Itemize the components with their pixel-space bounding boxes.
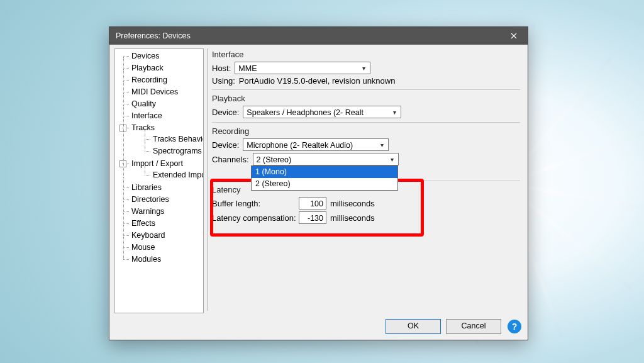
close-button[interactable] — [501, 27, 526, 45]
chevron-down-icon: ▾ — [377, 140, 387, 150]
group-interface: Interface Host: MME ▾ Using: PortAudio V… — [212, 50, 520, 86]
recording-device-value: Microphone (2- Realtek Audio) — [243, 139, 388, 151]
collapse-icon[interactable]: - — [119, 160, 126, 167]
tree-item[interactable]: Modules — [118, 254, 203, 265]
tree-item[interactable]: Extended Import — [139, 169, 203, 181]
host-select-value: MME — [235, 62, 370, 74]
channels-select[interactable]: 2 (Stereo) ▾ — [253, 153, 399, 165]
desktop-background: Preferences: Devices DevicesPlaybackReco… — [0, 0, 644, 363]
tree-item-label: Devices — [131, 52, 159, 60]
close-icon — [511, 33, 517, 39]
buffer-length-label: Buffer length: — [212, 199, 295, 208]
tree-item[interactable]: Tracks Behaviors — [139, 133, 203, 145]
tree-item-label: Tracks — [131, 123, 155, 132]
using-value: PortAudio V19.5.0-devel, revision unknow… — [239, 76, 396, 86]
tree-item-label: Tracks Behaviors — [153, 135, 204, 143]
playback-device-value: Speakers / Headphones (2- Realt — [243, 106, 401, 118]
tree-item-label: Playback — [131, 64, 164, 72]
collapse-icon[interactable]: - — [119, 125, 126, 131]
tree-item-label: Directories — [131, 195, 169, 204]
titlebar[interactable]: Preferences: Devices — [109, 27, 528, 45]
tree-item-label: Extended Import — [153, 170, 204, 179]
group-title-recording: Recording — [212, 126, 520, 136]
tree-item[interactable]: Warnings — [118, 206, 203, 218]
channels-option[interactable]: 2 (Stereo) — [252, 178, 397, 190]
group-title-interface: Interface — [212, 50, 520, 59]
using-label: Using: — [212, 76, 235, 86]
host-label: Host: — [212, 64, 231, 73]
tree-item-label: Libraries — [131, 183, 162, 192]
dialog-footer: OK Cancel ? — [109, 313, 528, 340]
settings-panel: Interface Host: MME ▾ Using: PortAudio V… — [212, 48, 523, 313]
tree-item[interactable]: Libraries — [118, 182, 203, 194]
latency-comp-label: Latency compensation: — [212, 213, 295, 223]
tree-item-label: MIDI Devices — [131, 87, 178, 96]
tree-item-label: Quality — [131, 99, 156, 108]
tree-item-label: Interface — [131, 111, 162, 120]
tree-item[interactable]: Mouse — [118, 242, 203, 254]
chevron-down-icon: ▾ — [359, 64, 369, 73]
tree-item[interactable]: Quality — [118, 98, 203, 110]
group-playback: Playback Device: Speakers / Headphones (… — [212, 94, 520, 118]
buffer-length-input[interactable]: 100 — [299, 197, 326, 209]
tree-item-label: Import / Export — [131, 159, 183, 168]
tree-item-label: Effects — [131, 219, 155, 228]
chevron-down-icon: ▾ — [390, 108, 399, 117]
group-latency: Latency Buffer length: 100 milliseconds … — [212, 185, 520, 224]
tree-item[interactable]: MIDI Devices — [118, 86, 203, 98]
vertical-divider — [208, 48, 208, 311]
tree-item[interactable]: Effects — [118, 218, 203, 230]
tree-item[interactable]: Directories — [118, 194, 203, 206]
tree-item-label: Warnings — [131, 207, 164, 216]
playback-device-label: Device: — [212, 108, 239, 117]
tree-item[interactable]: Spectrograms — [139, 145, 203, 157]
host-select[interactable]: MME ▾ — [235, 62, 370, 74]
tree-item-label: Mouse — [131, 243, 155, 252]
tree-item[interactable]: Devices — [118, 50, 203, 62]
recording-device-label: Device: — [212, 140, 239, 150]
category-tree[interactable]: DevicesPlaybackRecordingMIDI DevicesQual… — [114, 48, 204, 313]
tree-item-label: Modules — [131, 255, 161, 264]
latency-comp-input[interactable]: -130 — [299, 211, 326, 224]
playback-device-select[interactable]: Speakers / Headphones (2- Realt ▾ — [243, 106, 401, 118]
cancel-button[interactable]: Cancel — [446, 319, 501, 334]
tree-item[interactable]: -TracksTracks BehaviorsSpectrograms — [118, 122, 203, 158]
tree-item[interactable]: Playback — [118, 62, 203, 74]
latency-comp-units: milliseconds — [330, 213, 375, 223]
channels-option[interactable]: 1 (Mono) — [252, 166, 397, 178]
tree-item[interactable]: Keyboard — [118, 230, 203, 242]
tree-item-label: Recording — [131, 75, 167, 84]
help-button[interactable]: ? — [508, 320, 521, 333]
chevron-down-icon: ▾ — [387, 155, 397, 164]
tree-item-label: Keyboard — [131, 231, 165, 240]
channels-select-value: 2 (Stereo) — [253, 154, 398, 165]
preferences-window: Preferences: Devices DevicesPlaybackReco… — [109, 26, 528, 340]
tree-item[interactable]: Recording — [118, 74, 203, 86]
window-title: Preferences: Devices — [116, 31, 501, 40]
tree-item[interactable]: -Import / ExportExtended Import — [118, 158, 203, 182]
group-title-playback: Playback — [212, 94, 520, 103]
group-recording: Recording Device: Microphone (2- Realtek… — [212, 126, 520, 165]
recording-device-select[interactable]: Microphone (2- Realtek Audio) ▾ — [243, 138, 389, 151]
tree-item[interactable]: Interface — [118, 110, 203, 122]
ok-button[interactable]: OK — [386, 319, 441, 334]
channels-label: Channels: — [212, 155, 249, 164]
tree-item-label: Spectrograms — [153, 147, 202, 155]
buffer-length-units: milliseconds — [330, 199, 375, 208]
channels-dropdown[interactable]: 1 (Mono)2 (Stereo) — [251, 165, 398, 191]
